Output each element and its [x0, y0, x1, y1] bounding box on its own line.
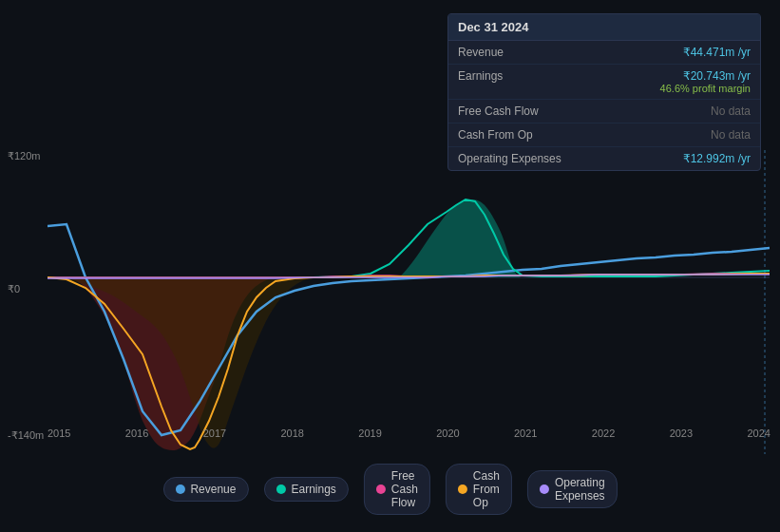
- tooltip-row-fcf: Free Cash Flow No data: [448, 100, 760, 124]
- tooltip-box: Dec 31 2024 Revenue ₹44.471m /yr Earning…: [447, 13, 761, 171]
- legend-dot-opex: [540, 484, 549, 494]
- y-label-zero: ₹0: [8, 283, 20, 295]
- tooltip-label-earnings: Earnings: [458, 69, 581, 83]
- chart-svg: [48, 150, 770, 454]
- legend-dot-revenue: [175, 484, 184, 494]
- legend-label-revenue: Revenue: [190, 483, 236, 496]
- x-label-2024: 2024: [747, 428, 770, 439]
- x-label-2022: 2022: [592, 428, 615, 439]
- tooltip-value-revenue: ₹44.471m /yr: [581, 46, 751, 59]
- tooltip-value-earnings: ₹20.743m /yr 46.6% profit margin: [581, 69, 751, 94]
- tooltip-row-earnings: Earnings ₹20.743m /yr 46.6% profit margi…: [448, 65, 760, 100]
- tooltip-label-revenue: Revenue: [458, 46, 581, 59]
- x-label-2023: 2023: [670, 428, 693, 439]
- tooltip-value-fcf: No data: [581, 104, 751, 118]
- legend-item-earnings[interactable]: Earnings: [263, 477, 348, 502]
- legend-label-fcf: Free Cash Flow: [391, 469, 418, 509]
- x-label-2015: 2015: [48, 428, 70, 439]
- profit-margin: 46.6% profit margin: [581, 83, 751, 94]
- legend-item-fcf[interactable]: Free Cash Flow: [364, 464, 430, 515]
- x-label-2016: 2016: [125, 428, 148, 439]
- tooltip-value-opex: ₹12.992m /yr: [581, 152, 751, 165]
- x-label-2019: 2019: [358, 428, 381, 439]
- tooltip-header: Dec 31 2024: [448, 14, 760, 41]
- tooltip-label-opex: Operating Expenses: [458, 152, 581, 165]
- tooltip-row-cashfromop: Cash From Op No data: [448, 124, 760, 147]
- legend-item-cashfromop[interactable]: Cash From Op: [446, 464, 512, 515]
- tooltip-label-cashfromop: Cash From Op: [458, 128, 581, 142]
- legend-item-revenue[interactable]: Revenue: [162, 477, 248, 502]
- legend-dot-earnings: [276, 484, 285, 494]
- legend-label-cashfromop: Cash From Op: [473, 469, 500, 509]
- x-label-2020: 2020: [436, 428, 459, 439]
- tooltip-row-revenue: Revenue ₹44.471m /yr: [448, 41, 760, 65]
- tooltip-row-opex: Operating Expenses ₹12.992m /yr: [448, 147, 760, 170]
- chart-legend: Revenue Earnings Free Cash Flow Cash Fro…: [162, 464, 617, 515]
- y-label-bottom: -₹140m: [8, 429, 44, 442]
- legend-dot-cashfromop: [458, 484, 467, 494]
- y-label-top: ₹120m: [8, 150, 41, 162]
- x-label-2017: 2017: [203, 428, 226, 439]
- chart-area: Dec 31 2024 Revenue ₹44.471m /yr Earning…: [0, 0, 780, 532]
- tooltip-label-fcf: Free Cash Flow: [458, 104, 581, 118]
- x-label-2021: 2021: [514, 428, 537, 439]
- tooltip-value-cashfromop: No data: [581, 128, 751, 142]
- legend-label-opex: Operating Expenses: [555, 476, 605, 503]
- legend-item-opex[interactable]: Operating Expenses: [527, 470, 618, 508]
- legend-dot-fcf: [376, 484, 386, 494]
- x-label-2018: 2018: [280, 428, 303, 439]
- x-axis-labels: 2015 2016 2017 2018 2019 2020 2021 2022 …: [48, 428, 770, 439]
- legend-label-earnings: Earnings: [291, 483, 335, 496]
